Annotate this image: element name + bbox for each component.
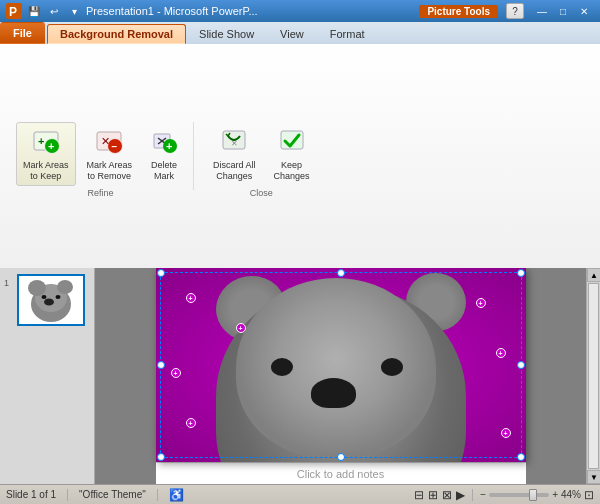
notes-area[interactable]: Click to add notes [156,462,526,484]
quick-access-undo[interactable]: ↩ [46,3,62,19]
status-left: Slide 1 of 1 "Office Theme" ♿ [6,488,184,502]
svg-text:P: P [9,5,17,19]
theme-name: "Office Theme" [79,489,146,500]
status-right: ⊟ ⊞ ⊠ ▶ − + 44% ⊡ [414,488,594,502]
ribbon-tabs: File Background Removal Slide Show View … [0,22,600,44]
svg-text:+: + [166,140,172,152]
handle-mid-left[interactable] [157,361,165,369]
maximize-button[interactable]: □ [553,3,573,19]
tab-slide-show[interactable]: Slide Show [186,24,267,44]
handle-bottom-right[interactable] [517,453,525,461]
tab-background-removal[interactable]: Background Removal [47,24,186,44]
slides-panel: 1 [0,268,95,484]
slide-canvas[interactable]: + + + + + + + + + + [156,268,526,462]
scroll-down-button[interactable]: ▼ [587,470,600,484]
scroll-up-button[interactable]: ▲ [587,268,600,282]
handle-top-mid[interactable] [337,269,345,277]
mark-keep-label: Mark Areas to Keep [23,160,69,182]
discard-all-changes-button[interactable]: ✕ Discard All Changes [206,122,263,186]
app-body: 1 [0,268,600,484]
zoom-in-button[interactable]: + [552,489,558,500]
mark-areas-to-keep-button[interactable]: + + Mark Areas to Keep [16,122,76,186]
fit-to-window-button[interactable]: ⊡ [584,488,594,502]
svg-text:+: + [48,140,54,152]
notes-placeholder: Click to add notes [297,468,384,480]
svg-point-23 [28,280,46,296]
handle-mid-right[interactable] [517,361,525,369]
svg-text:✕: ✕ [231,139,238,148]
refine-buttons: + + Mark Areas to Keep [16,122,185,186]
minimize-button[interactable]: — [532,3,552,19]
svg-point-27 [56,295,61,299]
mark-remove-label: Mark Areas to Remove [87,160,133,182]
tab-format[interactable]: Format [317,24,378,44]
help-button[interactable]: ? [506,3,524,19]
delete-mark-icon: + [150,126,178,158]
close-buttons: ✕ Discard All Changes [206,122,317,186]
handle-bottom-left[interactable] [157,453,165,461]
svg-point-25 [44,299,54,306]
mark-remove-icon: ✕ − [95,126,123,158]
discard-label: Discard All Changes [213,160,256,182]
help-area: ? [506,3,524,19]
status-sep-1 [67,489,68,501]
handle-bottom-mid[interactable] [337,453,345,461]
tab-view[interactable]: View [267,24,317,44]
slide-main: + + + + + + + + + + [95,268,600,484]
window-controls: — □ ✕ [532,3,594,19]
quick-access-dropdown[interactable]: ▾ [66,3,82,19]
handle-top-right[interactable] [517,269,525,277]
zoom-out-button[interactable]: − [480,489,486,500]
slide-thumb-inner [19,276,83,324]
tab-file[interactable]: File [0,22,45,44]
scroll-thumb[interactable] [588,283,599,469]
status-bar: Slide 1 of 1 "Office Theme" ♿ ⊟ ⊞ ⊠ ▶ − … [0,484,600,504]
accessibility-icon: ♿ [169,488,184,502]
zoom-controls: − + 44% ⊡ [480,488,594,502]
ribbon-content: + + Mark Areas to Keep [0,44,600,268]
refine-group-label: Refine [88,188,114,198]
svg-point-26 [42,295,47,299]
close-group-label: Close [250,188,273,198]
view-reading-button[interactable]: ⊠ [442,488,452,502]
quick-access-save[interactable]: 💾 [26,3,42,19]
keep-label: Keep Changes [274,160,310,182]
selection-overlay [160,272,522,458]
close-button[interactable]: ✕ [574,3,594,19]
svg-text:+: + [38,135,44,147]
zoom-slider-thumb[interactable] [529,489,537,501]
picture-tools-badge: Picture Tools [419,5,498,18]
app-icon: P [6,3,22,19]
title-bar-left: P 💾 ↩ ▾ Presentation1 - Microsoft PowerP… [6,3,258,19]
refine-group: + + Mark Areas to Keep [8,122,194,190]
svg-text:−: − [112,141,118,152]
koala-image: + + + + + + + + + + [156,268,526,462]
handle-top-left[interactable] [157,269,165,277]
slide-number: 1 [4,278,14,288]
view-slideshow-button[interactable]: ▶ [456,488,465,502]
discard-icon: ✕ [220,126,248,158]
slide-thumb-container: 1 [4,274,90,326]
zoom-level: 44% [561,489,581,500]
keep-changes-button[interactable]: Keep Changes [267,122,317,186]
view-slide-sorter-button[interactable]: ⊞ [428,488,438,502]
slide-content: + + + + + + + + + + [95,268,586,484]
delete-mark-button[interactable]: + Delete Mark [143,122,185,186]
window-title: Presentation1 - Microsoft PowerP... [86,5,258,17]
close-group: ✕ Discard All Changes [198,122,325,190]
slide-thumbnail[interactable] [17,274,85,326]
mark-keep-icon: + + [32,126,60,158]
title-bar: P 💾 ↩ ▾ Presentation1 - Microsoft PowerP… [0,0,600,22]
zoom-slider[interactable] [489,493,549,497]
status-sep-3 [472,489,473,501]
delete-mark-label: Delete Mark [151,160,177,182]
view-normal-button[interactable]: ⊟ [414,488,424,502]
svg-point-24 [57,280,73,294]
vertical-scrollbar[interactable]: ▲ ▼ [586,268,600,484]
slide-info: Slide 1 of 1 [6,489,56,500]
mark-areas-to-remove-button[interactable]: ✕ − Mark Areas to Remove [80,122,140,186]
keep-icon [278,126,306,158]
slide-area-wrapper: + + + + + + + + + + [95,268,600,484]
status-sep-2 [157,489,158,501]
app-window: P 💾 ↩ ▾ Presentation1 - Microsoft PowerP… [0,0,600,504]
